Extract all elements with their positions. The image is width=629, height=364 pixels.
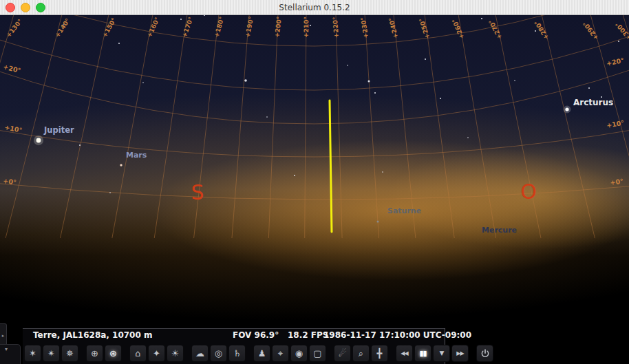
cardinal-points: SO	[191, 180, 536, 204]
star	[514, 80, 515, 81]
quit-button[interactable]	[476, 345, 493, 362]
azimuth-label: +270°	[487, 19, 503, 41]
atmosphere-button[interactable]: ☀	[167, 345, 184, 362]
sky-render-layer[interactable]: +130°+140°+150°+160°+170°+180°+190°+200°…	[0, 0, 629, 364]
arcturus-dot[interactable]	[565, 107, 568, 111]
altitude-arc	[0, 129, 629, 157]
zoom-window-button[interactable]	[36, 3, 45, 12]
azimuth-meridian	[232, 14, 249, 238]
star	[79, 144, 81, 146]
minimize-window-button[interactable]	[21, 3, 30, 12]
azimuth-label: +180°	[213, 16, 226, 38]
jupiter-dot[interactable]	[36, 138, 41, 143]
azimuth-label: +190°	[244, 16, 255, 38]
power-icon	[480, 349, 490, 358]
center-on-object-button[interactable]: ⌖	[272, 345, 289, 362]
azimuth-label: +150°	[101, 17, 118, 39]
star	[180, 19, 182, 20]
constellation-labels-button[interactable]: ✴	[43, 345, 60, 362]
azimuth-meridian	[154, 14, 187, 238]
azimuth-label: +220°	[332, 17, 340, 38]
object-label-mars[interactable]: Mars	[126, 151, 147, 160]
azimuth-meridian	[268, 14, 278, 238]
object-label-jupiter[interactable]: Jupiter	[43, 125, 74, 135]
ground-button[interactable]: ⌂	[129, 345, 147, 362]
altitude-arc	[0, 68, 629, 124]
set-time-now-button[interactable]: ▼	[433, 345, 450, 362]
star	[347, 65, 348, 66]
object-label-saturne[interactable]: Saturne	[387, 206, 421, 215]
azimuth-label: +170°	[181, 16, 195, 38]
star	[374, 92, 376, 94]
toolbar-group	[476, 345, 493, 362]
object-label-arcturus[interactable]: Arcturus	[573, 98, 613, 107]
location-status: Terre, JAL1628a, 10700 m	[33, 330, 153, 340]
azimuth-meridian	[458, 14, 496, 238]
night-mode-button[interactable]: ◉	[290, 345, 308, 362]
mount-switch-button[interactable]: ♟	[253, 345, 270, 362]
azimuth-meridian	[194, 14, 219, 238]
star	[63, 24, 64, 25]
decrease-time-speed-button[interactable]: ◀◀	[396, 345, 413, 362]
pause-time-button[interactable]: ▮▮	[414, 345, 431, 362]
toolbar-group: ◀◀▮▮▼▶▶	[396, 345, 469, 362]
star	[118, 43, 120, 44]
toolbar-group: ☄⌕╋	[334, 345, 388, 362]
azimuth-label: +280°	[533, 19, 551, 41]
toolbar-group: ♟⌖◉▢	[253, 345, 326, 362]
meteor-showers-button[interactable]: ☄	[334, 345, 351, 362]
azimuth-label: +130°	[5, 18, 23, 39]
star	[244, 79, 247, 82]
azimuth-meridian	[336, 14, 342, 238]
star	[142, 82, 144, 83]
azimuth-label: +300°	[614, 21, 629, 41]
star	[382, 171, 383, 173]
star	[368, 81, 370, 83]
close-window-button[interactable]	[6, 3, 15, 12]
satellites-button[interactable]: ╋	[371, 345, 388, 362]
azimuth-meridian	[112, 14, 153, 238]
altitude-label: +10°	[4, 123, 23, 134]
azimuth-meridian	[542, 14, 595, 238]
star	[109, 192, 111, 193]
altitude-label: +20°	[3, 63, 22, 74]
constellation-lines-button[interactable]: ✶	[24, 345, 41, 362]
meteor-search-button[interactable]: ⌕	[352, 345, 370, 362]
main-toolbar: ✶✴✵⊕⊛⌂✦☀☁◎♄♟⌖◉▢☄⌕╋◀◀▮▮▼▶▶	[23, 343, 445, 364]
fullscreen-button[interactable]: ▢	[309, 345, 326, 362]
increase-time-speed-button[interactable]: ▶▶	[451, 345, 469, 362]
cardinal-points-button[interactable]: ✦	[148, 345, 165, 362]
cardinal-label-s: S	[191, 180, 204, 204]
azimuth-labels: +130°+140°+150°+160°+170°+180°+190°+200°…	[5, 16, 629, 41]
star	[618, 41, 619, 42]
chevron-right-icon: ▸	[2, 333, 5, 339]
nebulas-button[interactable]: ☁	[191, 345, 209, 362]
azimuth-label: +230°	[360, 17, 370, 39]
altitude-label: +0°	[610, 177, 624, 186]
azimuth-label: +210°	[303, 17, 310, 38]
deep-sky-objects-button[interactable]: ◎	[210, 345, 227, 362]
fov-status: FOV 96.9°	[233, 330, 279, 340]
bottom-panel-corner-handle[interactable]: ▾	[0, 344, 21, 364]
planet-labels-button[interactable]: ♄	[228, 345, 246, 362]
star	[310, 25, 311, 26]
stars-layer	[63, 14, 619, 193]
altitude-label: +20°	[606, 56, 625, 67]
altitude-label: +0°	[3, 177, 17, 186]
saturne-dot[interactable]	[377, 221, 379, 223]
star	[588, 87, 590, 89]
object-label-mercure[interactable]: Mercure	[482, 226, 517, 235]
mars-dot[interactable]	[120, 164, 122, 166]
fps-status: 18.2 FPS	[288, 330, 328, 340]
toolbar-group: ⌂✦☀	[129, 345, 184, 362]
azimuth-label: +260°	[451, 18, 465, 40]
star	[266, 116, 268, 118]
azimuth-meridian	[425, 14, 454, 238]
azimuth-meridian	[394, 14, 416, 238]
constellation-art-button[interactable]: ✵	[61, 345, 78, 362]
traffic-lights	[0, 0, 45, 14]
azimuthal-grid-button[interactable]: ⊛	[105, 345, 122, 362]
azimuth-label: +200°	[274, 17, 283, 39]
toolbar-group: ⊕⊛	[86, 345, 122, 362]
equatorial-grid-button[interactable]: ⊕	[86, 345, 103, 362]
